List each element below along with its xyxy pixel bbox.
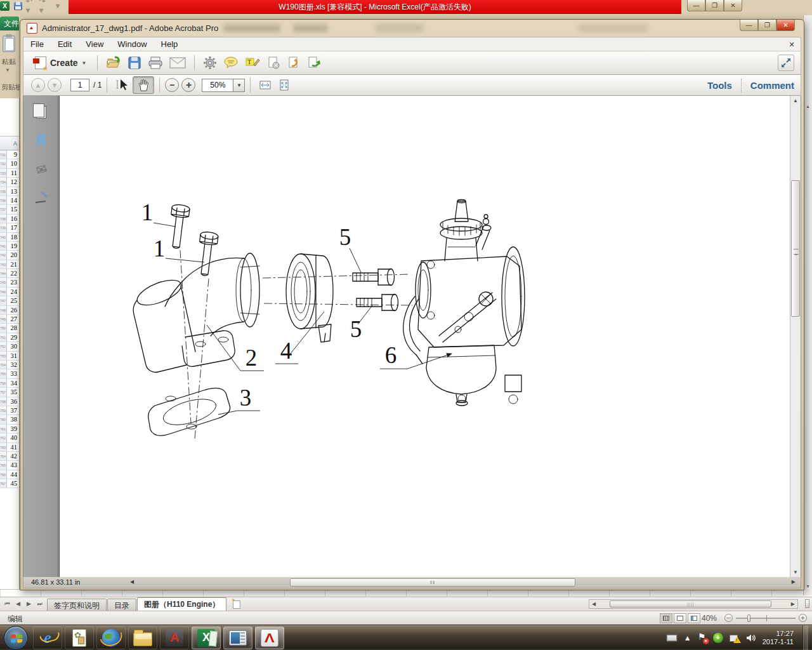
scroll-down-icon[interactable]: ▼	[804, 584, 811, 588]
paste-button[interactable]	[3, 36, 18, 55]
spreadsheet-cell[interactable]: 24	[7, 288, 19, 296]
row-header[interactable]: 757	[0, 388, 7, 396]
toolbar-expand-button[interactable]	[778, 55, 794, 71]
create-button[interactable]: Create ▼	[30, 53, 92, 72]
spreadsheet-cell[interactable]: 30	[7, 342, 19, 350]
acrobat-titlebar[interactable]: Administrator_17_dwg1.pdf - Adobe Acroba…	[20, 20, 804, 37]
excel-file-tab[interactable]: 文件	[0, 17, 19, 30]
row-header[interactable]: 747	[0, 296, 7, 305]
comment-panel-button[interactable]: Comment	[750, 80, 794, 91]
zoom-dropdown-icon[interactable]: ▼	[233, 79, 245, 92]
vertical-scroll-thumb[interactable]	[791, 180, 800, 317]
delete-page-button[interactable]	[263, 54, 284, 72]
acrobat-vertical-scrollbar[interactable]: ▲ ▼	[790, 96, 801, 577]
spreadsheet-cell[interactable]: 22	[7, 269, 19, 277]
action-center-icon[interactable]	[698, 633, 707, 643]
redo-icon[interactable]: ↷ ▾	[39, 1, 49, 11]
taskbar-autocad[interactable]: A	[160, 627, 189, 649]
show-desktop-button[interactable]	[802, 625, 808, 650]
spreadsheet-cell[interactable]: 21	[7, 260, 19, 269]
excel-column-header[interactable]: A	[0, 136, 19, 150]
horizontal-scroll-thumb[interactable]: ||||	[610, 600, 771, 607]
fit-page-button[interactable]	[275, 76, 294, 94]
spreadsheet-cell[interactable]: 32	[7, 361, 19, 369]
clock[interactable]: 17:27 2017-1-11	[763, 630, 796, 646]
save-icon[interactable]	[13, 1, 23, 11]
zoom-in-icon[interactable]: +	[799, 614, 807, 622]
tools-panel-button[interactable]: Tools	[707, 80, 732, 91]
volume-icon[interactable]	[746, 633, 756, 642]
keyboard-layout-icon[interactable]	[666, 634, 678, 642]
zoom-out-icon[interactable]: ─	[724, 614, 733, 622]
export-page-button[interactable]	[284, 54, 304, 72]
menu-view[interactable]: View	[79, 37, 110, 51]
row-header[interactable]: 734	[0, 178, 7, 186]
page-thumbnails-button[interactable]	[32, 103, 50, 121]
spreadsheet-cell[interactable]: 9	[7, 150, 19, 159]
row-header[interactable]: 742	[0, 251, 7, 259]
spreadsheet-cell[interactable]: 33	[7, 369, 19, 378]
spreadsheet-cell[interactable]: 31	[7, 352, 19, 360]
show-hidden-icons[interactable]: ▲	[684, 633, 691, 642]
row-header[interactable]: 750	[0, 324, 7, 332]
row-header[interactable]: 746	[0, 288, 7, 296]
scroll-right-icon[interactable]: ▶	[789, 601, 797, 607]
scroll-up-icon[interactable]: ▲	[790, 98, 801, 103]
row-header[interactable]: 736	[0, 196, 7, 204]
spreadsheet-cell[interactable]: 39	[7, 425, 19, 433]
network-warning-icon[interactable]	[730, 633, 740, 642]
insert-worksheet-button[interactable]	[229, 599, 246, 611]
attachments-button[interactable]: ✉̶	[32, 161, 50, 178]
taskbar-acrobat[interactable]	[255, 627, 284, 649]
start-button[interactable]	[4, 626, 28, 650]
preferences-button[interactable]	[200, 54, 220, 72]
excel-horizontal-scrollbar[interactable]: ◀ |||| ▶	[589, 599, 798, 609]
row-header[interactable]: 735	[0, 187, 7, 196]
spreadsheet-cell[interactable]: 17	[7, 223, 19, 232]
row-header[interactable]: 752	[0, 342, 7, 350]
excel-app-icon[interactable]: X	[0, 1, 10, 11]
row-header[interactable]: 751	[0, 333, 7, 342]
horizontal-scroll-thumb[interactable]: ‖‖	[290, 578, 575, 587]
open-button[interactable]	[103, 54, 124, 72]
row-header[interactable]: 762	[0, 434, 7, 442]
spreadsheet-cell[interactable]: 23	[7, 278, 19, 286]
excel-close-button[interactable]: ✕	[724, 0, 742, 11]
scroll-right-icon[interactable]: ▶	[792, 579, 796, 585]
spreadsheet-cell[interactable]: 35	[7, 388, 19, 396]
zoom-in-button[interactable]: ✚	[181, 78, 195, 92]
spreadsheet-cell[interactable]: 25	[7, 296, 19, 305]
page-break-view-button[interactable]	[688, 613, 700, 623]
scroll-up-icon[interactable]: ▲	[804, 104, 811, 109]
spreadsheet-cell[interactable]: 34	[7, 379, 19, 387]
row-header[interactable]: 731	[0, 150, 7, 159]
undo-icon[interactable]: ↶ ▾	[26, 1, 36, 11]
prev-sheet-icon[interactable]: ◀	[13, 599, 23, 609]
spreadsheet-cell[interactable]: 15	[7, 205, 19, 213]
spreadsheet-cell[interactable]: 11	[7, 169, 19, 177]
tab-split-handle[interactable]	[805, 599, 809, 608]
row-header[interactable]: 760	[0, 415, 7, 423]
pdf-page-canvas[interactable]: 1 1 2 3 4 5 5 6	[59, 96, 793, 577]
spreadsheet-cell[interactable]: 28	[7, 324, 19, 332]
menubar-close-icon[interactable]: ✕	[787, 39, 797, 50]
spreadsheet-cell[interactable]: 41	[7, 443, 19, 451]
row-header[interactable]: 733	[0, 169, 7, 177]
zoom-percentage-label[interactable]: 40%	[702, 614, 717, 623]
spreadsheet-cell[interactable]: 20	[7, 251, 19, 259]
spreadsheet-cell[interactable]: 42	[7, 452, 19, 460]
spreadsheet-cell[interactable]: 43	[7, 461, 19, 469]
spreadsheet-cell[interactable]: 13	[7, 187, 19, 196]
row-header[interactable]: 743	[0, 260, 7, 269]
spreadsheet-cell[interactable]: 29	[7, 333, 19, 342]
excel-minimize-button[interactable]: —	[687, 0, 705, 11]
spreadsheet-cell[interactable]: 40	[7, 434, 19, 442]
qat-customize-icon[interactable]: ▾	[53, 1, 63, 11]
row-header[interactable]: 764	[0, 452, 7, 460]
previous-page-button[interactable]: ▲	[31, 78, 45, 92]
bookmarks-button[interactable]	[32, 131, 50, 149]
scroll-left-icon[interactable]: ◀	[130, 579, 134, 585]
taskbar-cad-document[interactable]	[65, 627, 94, 649]
zoom-slider-handle[interactable]	[747, 614, 750, 622]
row-header[interactable]: 745	[0, 278, 7, 286]
